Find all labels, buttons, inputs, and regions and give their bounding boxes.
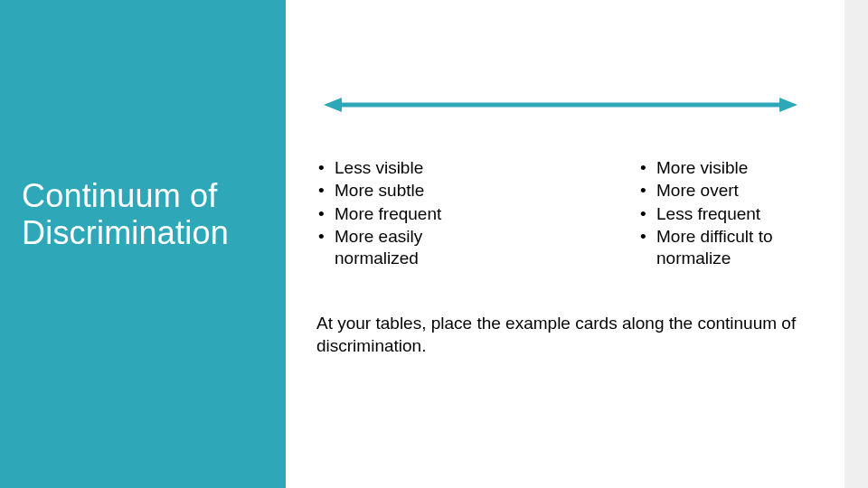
right-margin-strip: [844, 0, 868, 488]
right-characteristics-list: More visible More overt Less frequent Mo…: [635, 157, 825, 271]
svg-marker-2: [779, 98, 797, 112]
slide-title: Continuum of Discrimination: [22, 177, 271, 252]
list-item: More visible: [635, 157, 825, 179]
list-item: Less frequent: [635, 203, 825, 225]
list-item: More frequent: [313, 203, 503, 225]
instruction-text: At your tables, place the example cards …: [316, 313, 823, 357]
sidebar-panel: Continuum of Discrimination: [0, 0, 286, 488]
slide: Continuum of Discrimination Less visible…: [0, 0, 868, 488]
list-item: More difficult to normalize: [635, 226, 825, 270]
double-arrow-icon: [324, 94, 797, 116]
list-item: More overt: [635, 180, 825, 202]
list-item: More subtle: [313, 180, 503, 202]
list-item: Less visible: [313, 157, 503, 179]
svg-marker-1: [324, 98, 342, 112]
list-item: More easily normalized: [313, 226, 503, 270]
left-characteristics-list: Less visible More subtle More frequent M…: [313, 157, 503, 271]
